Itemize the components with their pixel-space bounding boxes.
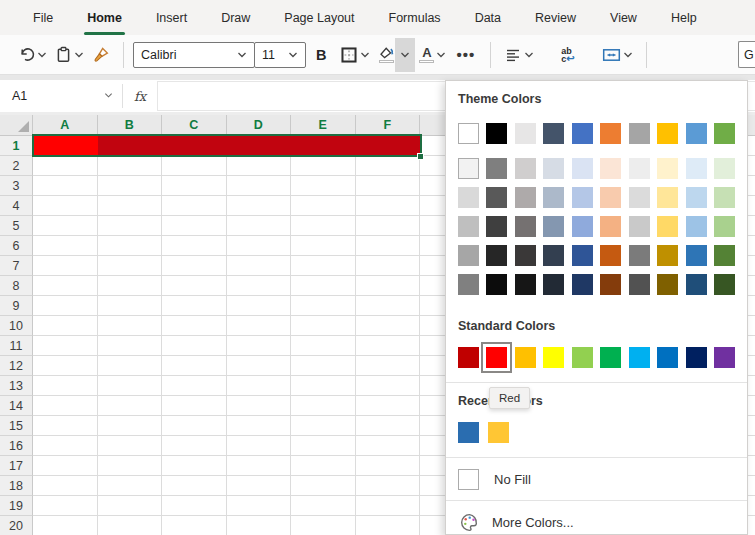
column-header-f[interactable]: F xyxy=(356,115,421,136)
font-size-select[interactable]: 11 xyxy=(254,42,306,68)
theme-tint-swatch-4-3[interactable] xyxy=(543,274,564,295)
cell-D8[interactable] xyxy=(227,276,292,296)
wrap-text-button[interactable]: ab c↩ xyxy=(557,39,578,71)
undo-chevron-icon[interactable] xyxy=(37,50,47,60)
name-box[interactable]: A1 xyxy=(0,80,122,112)
row-header-2[interactable]: 2 xyxy=(0,156,33,176)
cell-F14[interactable] xyxy=(356,396,421,416)
theme-tint-swatch-0-2[interactable] xyxy=(515,158,536,179)
cell-E3[interactable] xyxy=(291,176,356,196)
tab-help[interactable]: Help xyxy=(654,0,714,35)
cell-E12[interactable] xyxy=(291,356,356,376)
cell-B20[interactable] xyxy=(98,516,163,535)
theme-tint-swatch-1-5[interactable] xyxy=(600,187,621,208)
cell-D6[interactable] xyxy=(227,236,292,256)
cell-C18[interactable] xyxy=(162,476,227,496)
cell-A4[interactable] xyxy=(33,196,98,216)
cell-E11[interactable] xyxy=(291,336,356,356)
merge-cells-button[interactable] xyxy=(598,39,637,71)
cell-F13[interactable] xyxy=(356,376,421,396)
standard-color-swatch-9[interactable] xyxy=(714,347,735,368)
theme-tint-swatch-0-5[interactable] xyxy=(600,158,621,179)
theme-color-swatch-2[interactable] xyxy=(515,123,536,144)
cell-F19[interactable] xyxy=(356,496,421,516)
row-header-8[interactable]: 8 xyxy=(0,276,33,296)
cell-C6[interactable] xyxy=(162,236,227,256)
column-header-e[interactable]: E xyxy=(291,115,356,136)
font-color-button[interactable]: A xyxy=(415,39,450,71)
cell-C20[interactable] xyxy=(162,516,227,535)
theme-tint-swatch-0-6[interactable] xyxy=(629,158,650,179)
cell-E6[interactable] xyxy=(291,236,356,256)
theme-tint-swatch-4-5[interactable] xyxy=(600,274,621,295)
cell-D10[interactable] xyxy=(227,316,292,336)
cell-B18[interactable] xyxy=(98,476,163,496)
tab-insert[interactable]: Insert xyxy=(139,0,204,35)
alignment-button[interactable] xyxy=(500,39,538,71)
theme-tint-swatch-1-7[interactable] xyxy=(657,187,678,208)
theme-color-swatch-4[interactable] xyxy=(572,123,593,144)
fill-color-dropdown-toggle[interactable] xyxy=(395,38,415,72)
theme-tint-swatch-3-1[interactable] xyxy=(486,245,507,266)
cell-D1[interactable] xyxy=(227,136,292,156)
cell-F18[interactable] xyxy=(356,476,421,496)
insert-function-button[interactable]: fx xyxy=(123,80,157,112)
cell-F8[interactable] xyxy=(356,276,421,296)
theme-tint-swatch-1-4[interactable] xyxy=(572,187,593,208)
cell-D20[interactable] xyxy=(227,516,292,535)
cell-C17[interactable] xyxy=(162,456,227,476)
cell-D15[interactable] xyxy=(227,416,292,436)
theme-tint-swatch-1-9[interactable] xyxy=(714,187,735,208)
cell-C2[interactable] xyxy=(162,156,227,176)
theme-tint-swatch-3-9[interactable] xyxy=(714,245,735,266)
fill-color-button[interactable] xyxy=(374,39,395,71)
standard-color-swatch-0[interactable] xyxy=(458,347,479,368)
cell-B17[interactable] xyxy=(98,456,163,476)
standard-color-swatch-3[interactable] xyxy=(543,347,564,368)
cell-A10[interactable] xyxy=(33,316,98,336)
cell-A3[interactable] xyxy=(33,176,98,196)
borders-chevron-icon[interactable] xyxy=(360,50,370,60)
cell-C9[interactable] xyxy=(162,296,227,316)
cell-C11[interactable] xyxy=(162,336,227,356)
theme-tint-swatch-2-5[interactable] xyxy=(600,216,621,237)
theme-tint-swatch-4-7[interactable] xyxy=(657,274,678,295)
cell-B15[interactable] xyxy=(98,416,163,436)
row-header-16[interactable]: 16 xyxy=(0,436,33,456)
cell-D14[interactable] xyxy=(227,396,292,416)
theme-tint-swatch-0-4[interactable] xyxy=(572,158,593,179)
row-header-15[interactable]: 15 xyxy=(0,416,33,436)
theme-tint-swatch-4-9[interactable] xyxy=(714,274,735,295)
cell-C10[interactable] xyxy=(162,316,227,336)
select-all-corner[interactable] xyxy=(0,115,33,136)
theme-tint-swatch-1-3[interactable] xyxy=(543,187,564,208)
row-header-7[interactable]: 7 xyxy=(0,256,33,276)
cell-F17[interactable] xyxy=(356,456,421,476)
recent-color-swatch-0[interactable] xyxy=(458,422,479,443)
paste-button[interactable] xyxy=(51,39,88,71)
merge-cells-chevron-icon[interactable] xyxy=(623,50,633,60)
theme-tint-swatch-0-9[interactable] xyxy=(714,158,735,179)
cell-F20[interactable] xyxy=(356,516,421,535)
cell-D11[interactable] xyxy=(227,336,292,356)
number-format-select[interactable]: G xyxy=(738,41,755,68)
theme-tint-swatch-0-0[interactable] xyxy=(458,158,479,179)
cell-E18[interactable] xyxy=(291,476,356,496)
column-header-b[interactable]: B xyxy=(98,115,163,136)
theme-color-swatch-3[interactable] xyxy=(543,123,564,144)
cell-C16[interactable] xyxy=(162,436,227,456)
format-painter-button[interactable] xyxy=(88,39,114,71)
cell-C1[interactable] xyxy=(162,136,227,156)
undo-button[interactable] xyxy=(14,39,51,71)
theme-tint-swatch-4-4[interactable] xyxy=(572,274,593,295)
cell-F2[interactable] xyxy=(356,156,421,176)
cell-D2[interactable] xyxy=(227,156,292,176)
cell-B7[interactable] xyxy=(98,256,163,276)
cell-A15[interactable] xyxy=(33,416,98,436)
row-header-5[interactable]: 5 xyxy=(0,216,33,236)
cell-A16[interactable] xyxy=(33,436,98,456)
cell-B13[interactable] xyxy=(98,376,163,396)
cell-D18[interactable] xyxy=(227,476,292,496)
cell-B10[interactable] xyxy=(98,316,163,336)
no-fill-option[interactable]: No Fill xyxy=(458,466,735,492)
